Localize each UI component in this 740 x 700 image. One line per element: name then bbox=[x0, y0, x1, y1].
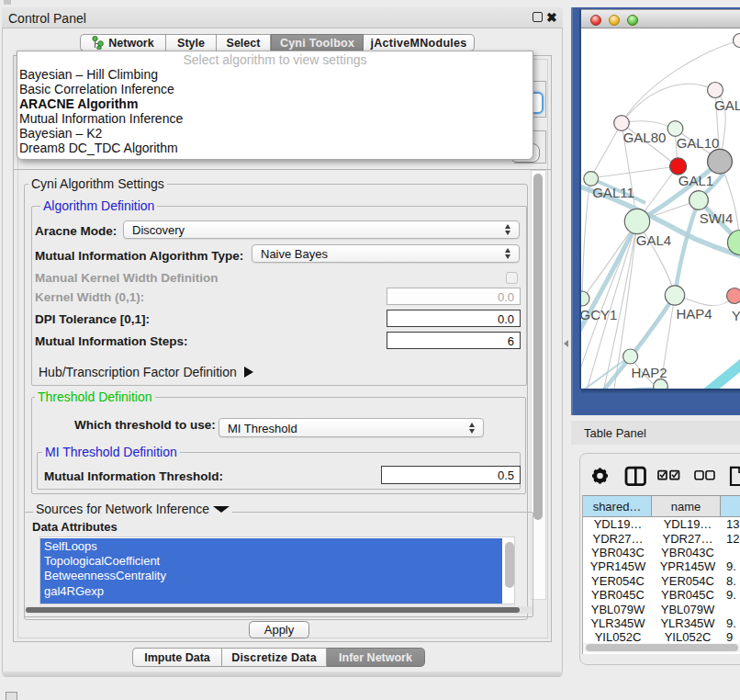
svg-text:SWI4: SWI4 bbox=[700, 210, 734, 226]
svg-text:GCY1: GCY1 bbox=[581, 307, 617, 322]
svg-text:GAL10: GAL10 bbox=[677, 135, 720, 151]
svg-text:GAL7: GAL7 bbox=[714, 97, 740, 113]
svg-text:GAL4: GAL4 bbox=[636, 232, 671, 248]
svg-text:Y: Y bbox=[732, 308, 740, 323]
svg-text:HAP4: HAP4 bbox=[676, 306, 712, 322]
svg-text:GAL80: GAL80 bbox=[623, 130, 667, 145]
svg-text:HAP2: HAP2 bbox=[631, 365, 667, 380]
svg-text:GAL11: GAL11 bbox=[592, 185, 634, 200]
svg-text:GAL1: GAL1 bbox=[678, 173, 713, 188]
